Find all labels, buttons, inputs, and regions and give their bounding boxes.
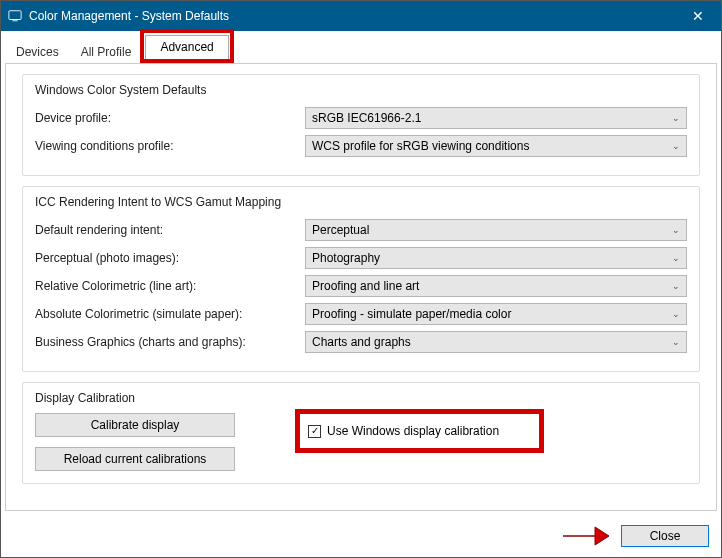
svg-rect-1 xyxy=(12,20,17,21)
select-absolute[interactable]: Proofing - simulate paper/media color ⌄ xyxy=(305,303,687,325)
footer: Close xyxy=(1,515,721,557)
chevron-down-icon: ⌄ xyxy=(672,337,680,347)
tabs-row: Devices All Profile Advanced xyxy=(1,31,721,63)
tab-devices[interactable]: Devices xyxy=(5,40,70,64)
label-absolute: Absolute Colorimetric (simulate paper): xyxy=(35,307,305,321)
highlight-use-windows-calibration: ✓ Use Windows display calibration xyxy=(295,409,544,453)
select-viewing-conditions[interactable]: WCS profile for sRGB viewing conditions … xyxy=(305,135,687,157)
select-device-profile-value: sRGB IEC61966-2.1 xyxy=(312,111,421,125)
chevron-down-icon: ⌄ xyxy=(672,141,680,151)
chevron-down-icon: ⌄ xyxy=(672,253,680,263)
checkbox-label: Use Windows display calibration xyxy=(327,424,499,438)
reload-calibrations-button[interactable]: Reload current calibrations xyxy=(35,447,235,471)
close-button[interactable]: Close xyxy=(621,525,709,547)
tab-all-profiles[interactable]: All Profile xyxy=(70,40,143,64)
select-absolute-value: Proofing - simulate paper/media color xyxy=(312,307,511,321)
group-wcs-defaults: Windows Color System Defaults Device pro… xyxy=(22,74,700,176)
select-default-intent-value: Perceptual xyxy=(312,223,369,237)
select-business-value: Charts and graphs xyxy=(312,335,411,349)
app-icon xyxy=(7,8,23,24)
group-display-calibration: Display Calibration Calibrate display Re… xyxy=(22,382,700,484)
chevron-down-icon: ⌄ xyxy=(672,225,680,235)
label-default-intent: Default rendering intent: xyxy=(35,223,305,237)
label-device-profile: Device profile: xyxy=(35,111,305,125)
select-relative[interactable]: Proofing and line art ⌄ xyxy=(305,275,687,297)
group-title-icc: ICC Rendering Intent to WCS Gamut Mappin… xyxy=(35,195,687,209)
tab-advanced[interactable]: Advanced xyxy=(145,35,228,59)
label-perceptual: Perceptual (photo images): xyxy=(35,251,305,265)
select-perceptual-value: Photography xyxy=(312,251,380,265)
window-title: Color Management - System Defaults xyxy=(29,9,675,23)
select-relative-value: Proofing and line art xyxy=(312,279,419,293)
checkbox-icon: ✓ xyxy=(308,425,321,438)
select-business[interactable]: Charts and graphs ⌄ xyxy=(305,331,687,353)
svg-rect-0 xyxy=(9,11,21,20)
titlebar: Color Management - System Defaults ✕ xyxy=(1,1,721,31)
highlight-advanced-tab: Advanced xyxy=(140,29,233,63)
select-perceptual[interactable]: Photography ⌄ xyxy=(305,247,687,269)
select-default-intent[interactable]: Perceptual ⌄ xyxy=(305,219,687,241)
chevron-down-icon: ⌄ xyxy=(672,309,680,319)
arrow-icon xyxy=(561,523,611,549)
window: Color Management - System Defaults ✕ Dev… xyxy=(0,0,722,558)
select-viewing-conditions-value: WCS profile for sRGB viewing conditions xyxy=(312,139,529,153)
label-relative: Relative Colorimetric (line art): xyxy=(35,279,305,293)
select-device-profile[interactable]: sRGB IEC61966-2.1 ⌄ xyxy=(305,107,687,129)
panel-advanced: Windows Color System Defaults Device pro… xyxy=(5,63,717,511)
label-business: Business Graphics (charts and graphs): xyxy=(35,335,305,349)
chevron-down-icon: ⌄ xyxy=(672,281,680,291)
group-title-calibration: Display Calibration xyxy=(35,391,687,405)
group-title-wcs: Windows Color System Defaults xyxy=(35,83,687,97)
chevron-down-icon: ⌄ xyxy=(672,113,680,123)
close-icon[interactable]: ✕ xyxy=(675,1,721,31)
calibrate-display-button[interactable]: Calibrate display xyxy=(35,413,235,437)
label-viewing-conditions: Viewing conditions profile: xyxy=(35,139,305,153)
checkbox-use-windows-calibration[interactable]: ✓ Use Windows display calibration xyxy=(308,424,499,438)
group-icc-mapping: ICC Rendering Intent to WCS Gamut Mappin… xyxy=(22,186,700,372)
